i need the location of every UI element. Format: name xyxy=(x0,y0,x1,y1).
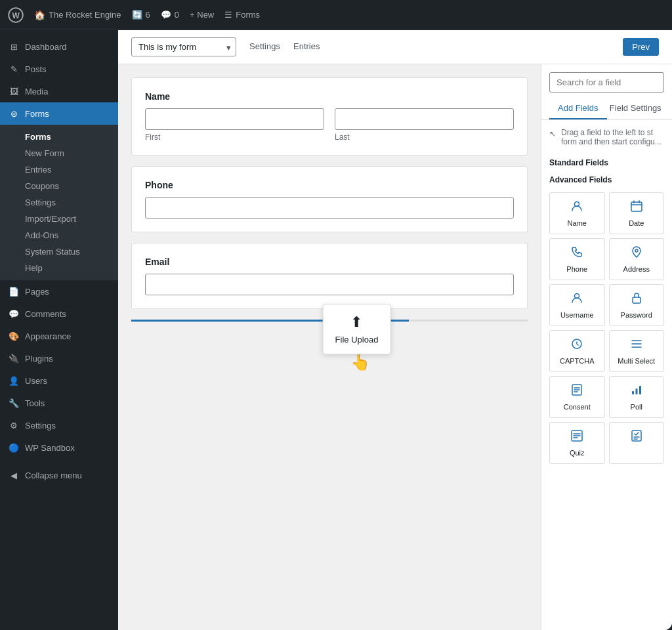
comments-icon: 💬 xyxy=(161,10,171,20)
forms-submenu: Forms New Form Entries Coupons Settings … xyxy=(0,125,118,280)
tab-field-settings[interactable]: Field Settings xyxy=(607,98,665,119)
sidebar-item-tools[interactable]: 🔧 Tools xyxy=(0,392,118,414)
admin-bar: W 🏠 The Rocket Engine 🔄 6 💬 0 + New ☰ Fo… xyxy=(0,0,672,30)
submenu-forms[interactable]: Forms xyxy=(0,129,118,145)
new-item[interactable]: + New xyxy=(190,10,214,20)
panel-tabs: Add Fields Field Settings xyxy=(541,98,672,120)
site-name[interactable]: 🏠 The Rocket Engine xyxy=(34,10,121,20)
field-card-multi-select[interactable]: Multi Select xyxy=(609,330,665,372)
cursor-icon: 👆 xyxy=(350,353,370,371)
sidebar-item-plugins[interactable]: 🔌 Plugins xyxy=(0,347,118,369)
field-card-username[interactable]: Username xyxy=(549,284,605,326)
field-card-address[interactable]: Address xyxy=(609,238,665,280)
tools-icon: 🔧 xyxy=(8,397,20,409)
submenu-system-status[interactable]: System Status xyxy=(0,243,118,260)
sidebar-item-posts[interactable]: ✎ Posts xyxy=(0,58,118,80)
password-field-icon xyxy=(630,291,643,308)
file-upload-tooltip[interactable]: ⬆ File Upload xyxy=(323,304,391,354)
appearance-icon: 🎨 xyxy=(8,330,20,342)
collapse-icon: ◀ xyxy=(8,469,20,481)
form-select-dropdown[interactable]: This is my form xyxy=(131,37,236,56)
sidebar-item-appearance[interactable]: 🎨 Appearance xyxy=(0,325,118,347)
field-card-quiz[interactable]: Quiz xyxy=(549,422,605,464)
svg-text:W: W xyxy=(12,10,20,20)
sidebar-item-forms[interactable]: ⊜ Forms xyxy=(0,102,118,125)
submenu-help[interactable]: Help xyxy=(0,260,118,276)
svg-point-4 xyxy=(635,249,638,252)
content-area: This is my form ▾ Settings Entries Prev … xyxy=(118,30,672,630)
submenu-coupons[interactable]: Coupons xyxy=(0,178,118,194)
name-field-label: Name xyxy=(145,91,514,102)
users-icon: 👤 xyxy=(8,375,20,387)
wp-logo-item[interactable]: W xyxy=(8,7,24,23)
phone-field-icon xyxy=(570,245,583,262)
form-header: This is my form ▾ Settings Entries Prev xyxy=(118,30,672,64)
updates-item[interactable]: 🔄 6 xyxy=(132,10,150,20)
field-card-consent[interactable]: Consent xyxy=(549,376,605,418)
field-card-captcha[interactable]: CAPTCHA xyxy=(549,330,605,372)
field-search-input[interactable] xyxy=(549,72,664,93)
field-card-poll[interactable]: Poll xyxy=(609,376,665,418)
tab-entries[interactable]: Entries xyxy=(293,39,320,55)
submenu-add-ons[interactable]: Add-Ons xyxy=(0,227,118,243)
updates-icon: 🔄 xyxy=(132,10,142,20)
field-card-date[interactable]: Date xyxy=(609,192,665,234)
right-panel: Add Fields Field Settings ↖ Drag a field… xyxy=(541,64,672,630)
tab-add-fields[interactable]: Add Fields xyxy=(549,98,607,119)
field-card-phone[interactable]: Phone xyxy=(549,238,605,280)
sidebar: ⊞ Dashboard ✎ Posts 🖼 Media ⊜ Forms Form… xyxy=(0,30,118,630)
form-selector[interactable]: This is my form ▾ xyxy=(131,37,236,56)
sidebar-item-settings[interactable]: ⚙ Settings xyxy=(0,414,118,436)
tab-settings[interactable]: Settings xyxy=(249,39,280,55)
field-card-password[interactable]: Password xyxy=(609,284,665,326)
forms-top-item[interactable]: ☰ Forms xyxy=(224,10,260,20)
email-field-group: Email xyxy=(131,243,528,309)
sidebar-item-dashboard[interactable]: ⊞ Dashboard xyxy=(0,35,118,58)
submenu-import-export[interactable]: Import/Export xyxy=(0,211,118,227)
email-input[interactable] xyxy=(145,274,514,295)
first-name-input[interactable] xyxy=(145,108,324,130)
file-upload-icon: ⬆ xyxy=(350,314,362,331)
field-card-name[interactable]: Name xyxy=(549,192,605,234)
email-field-label: Email xyxy=(145,257,514,267)
panel-info-text: ↖ Drag a field to the left to st form an… xyxy=(541,120,672,154)
svg-rect-8 xyxy=(632,391,634,394)
field-search-wrapper xyxy=(541,64,672,98)
consent-field-icon xyxy=(570,383,583,400)
quiz-field-icon xyxy=(570,429,583,446)
sidebar-item-pages[interactable]: 📄 Pages xyxy=(0,280,118,303)
svg-rect-6 xyxy=(633,297,640,303)
phone-input[interactable] xyxy=(145,197,514,219)
submenu-new-form[interactable]: New Form xyxy=(0,145,118,161)
phone-field-group: Phone xyxy=(131,166,528,232)
date-field-icon xyxy=(630,200,643,216)
submenu-settings[interactable]: Settings xyxy=(0,194,118,211)
forms-top-icon: ☰ xyxy=(224,10,232,20)
sidebar-collapse[interactable]: ◀ Collapse menu xyxy=(0,464,118,486)
field-card-survey[interactable] xyxy=(609,422,665,464)
form-builder: Name First Last xyxy=(118,64,672,630)
phone-field-label: Phone xyxy=(145,180,514,190)
form-canvas: Name First Last xyxy=(118,64,541,630)
posts-icon: ✎ xyxy=(8,63,20,75)
fields-grid: Name Date Phone xyxy=(541,188,672,468)
comments-item[interactable]: 💬 0 xyxy=(161,10,179,20)
media-icon: 🖼 xyxy=(8,85,20,97)
multi-select-field-icon xyxy=(630,337,643,354)
username-field-icon xyxy=(570,291,583,308)
settings-icon: ⚙ xyxy=(8,419,20,431)
svg-rect-3 xyxy=(631,202,642,211)
sidebar-item-media[interactable]: 🖼 Media xyxy=(0,80,118,102)
dashboard-icon: ⊞ xyxy=(8,41,20,52)
forms-icon: ⊜ xyxy=(8,108,20,119)
submenu-entries[interactable]: Entries xyxy=(0,161,118,178)
comments-sidebar-icon: 💬 xyxy=(8,308,20,320)
sidebar-item-wp-sandbox[interactable]: 🔵 WP Sandbox xyxy=(0,436,118,459)
sidebar-item-comments[interactable]: 💬 Comments xyxy=(0,303,118,325)
poll-field-icon xyxy=(630,383,643,400)
last-name-input[interactable] xyxy=(335,108,514,130)
first-name-sublabel: First xyxy=(145,133,324,142)
sidebar-item-users[interactable]: 👤 Users xyxy=(0,369,118,392)
wp-logo-icon: W xyxy=(8,7,24,23)
preview-button[interactable]: Prev xyxy=(623,38,659,56)
